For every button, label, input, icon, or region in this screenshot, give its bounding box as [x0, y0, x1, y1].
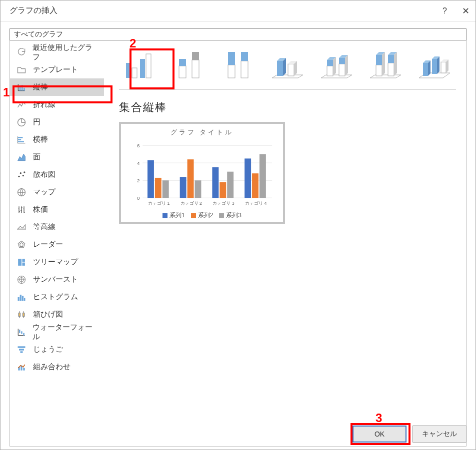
funnel-icon	[16, 344, 27, 355]
nav-item-histogram[interactable]: ヒストグラム	[10, 288, 104, 306]
svg-rect-22	[24, 298, 26, 301]
svg-rect-95	[227, 172, 234, 198]
svg-rect-94	[220, 182, 226, 198]
subtype-3d-clustered-column[interactable]	[266, 44, 309, 83]
chart-preview-legend: 系列1 系列2 系列3	[162, 211, 242, 220]
nav-label: 折れ線	[33, 100, 56, 109]
svg-text:カテゴリ 2: カテゴリ 2	[180, 201, 202, 206]
nav-item-surface[interactable]: 等高線	[10, 218, 104, 236]
ok-button[interactable]: OK	[352, 426, 406, 443]
subtype-stacked-column[interactable]	[168, 44, 211, 83]
help-button[interactable]: ?	[442, 6, 447, 15]
legend-3: 系列3	[226, 211, 242, 220]
svg-rect-28	[18, 346, 26, 348]
svg-rect-91	[194, 180, 201, 198]
nav-item-radar[interactable]: レーダー	[10, 236, 104, 253]
nav-item-template[interactable]: テンプレート	[10, 61, 104, 78]
sunburst-icon	[16, 274, 27, 285]
svg-rect-37	[146, 54, 151, 78]
subtype-clustered-column[interactable]	[119, 44, 162, 83]
svg-rect-4	[18, 137, 23, 138]
svg-rect-33	[23, 368, 24, 370]
svg-rect-40	[192, 60, 199, 78]
svg-rect-93	[212, 167, 218, 198]
subtype-title: 集合縦棒	[119, 100, 456, 115]
svg-rect-14	[18, 258, 22, 266]
svg-rect-64	[388, 63, 394, 76]
pie-icon	[16, 117, 27, 128]
svg-rect-25	[19, 330, 20, 333]
svg-text:0: 0	[137, 195, 140, 201]
nav-item-combo[interactable]: 組み合わせ	[10, 358, 104, 376]
nav-item-sunburst[interactable]: サンバースト	[10, 271, 104, 288]
svg-rect-53	[327, 60, 333, 66]
chart-preview-title: グラフ タイトル	[170, 128, 234, 137]
subtype-3d-column[interactable]	[413, 44, 456, 83]
nav-label: 縦棒	[33, 82, 48, 92]
svg-rect-85	[148, 160, 154, 198]
svg-marker-48	[283, 58, 286, 76]
svg-rect-0	[20, 86, 21, 90]
nav-label: マップ	[33, 187, 56, 197]
close-button[interactable]: ✕	[462, 5, 470, 16]
svg-point-10	[24, 171, 25, 173]
nav-label: 最近使用したグラフ	[32, 43, 98, 62]
cancel-button[interactable]: キャンセル	[412, 426, 466, 443]
line-icon	[16, 99, 27, 110]
insert-chart-dialog: 1 2 3 グラフの挿入 ? ✕ すべてのグラフ 最近使用したグラフ テンプレー…	[0, 0, 476, 450]
svg-rect-49	[288, 64, 294, 76]
nav-item-stock[interactable]: 株価	[10, 201, 104, 218]
svg-rect-29	[19, 349, 24, 350]
svg-rect-26	[21, 331, 22, 334]
nav-item-treemap[interactable]: ツリーマップ	[10, 253, 104, 271]
stock-icon	[16, 204, 27, 215]
surface-icon	[16, 222, 27, 233]
svg-rect-19	[18, 297, 20, 301]
divider	[119, 89, 456, 90]
nav-item-waterfall[interactable]: ウォーターフォール	[10, 323, 104, 341]
tab-all-charts[interactable]: すべてのグラフ	[10, 28, 466, 40]
svg-marker-55	[333, 57, 336, 76]
subtype-3d-100-stacked-column[interactable]	[364, 44, 407, 83]
histogram-icon	[16, 292, 27, 303]
nav-item-boxwhisker[interactable]: 箱ひげ図	[10, 306, 104, 323]
svg-marker-59	[345, 55, 348, 76]
chart-subtype-pane: 集合縦棒 グラフ タイトル 0246カテゴリ 1カテゴリ 2カテゴリ 3カテゴリ…	[104, 40, 466, 446]
nav-label: 面	[33, 152, 40, 162]
map-icon	[16, 187, 27, 198]
nav-label: 散布図	[33, 170, 56, 179]
svg-point-8	[20, 172, 22, 174]
nav-item-bar[interactable]: 横棒	[10, 131, 104, 148]
svg-rect-60	[376, 65, 382, 76]
nav-label: じょうご	[33, 345, 63, 354]
svg-rect-38	[179, 66, 186, 78]
waterfall-icon	[16, 327, 26, 338]
subtype-3d-stacked-column[interactable]	[315, 44, 358, 83]
radar-icon	[16, 239, 27, 250]
nav-item-funnel[interactable]: じょうご	[10, 341, 104, 358]
svg-rect-16	[22, 262, 26, 266]
nav-label: ヒストグラム	[33, 292, 78, 302]
column-icon	[16, 82, 27, 93]
svg-rect-21	[22, 296, 24, 301]
svg-rect-15	[22, 258, 26, 262]
svg-rect-68	[423, 63, 428, 76]
legend-2: 系列2	[198, 211, 214, 220]
scatter-icon	[16, 169, 27, 180]
svg-rect-34	[126, 63, 131, 78]
nav-item-scatter[interactable]: 散布図	[10, 166, 104, 183]
nav-item-recent[interactable]: 最近使用したグラフ	[10, 43, 104, 61]
nav-label: ツリーマップ	[33, 257, 78, 267]
nav-label: 横棒	[33, 135, 48, 144]
nav-item-map[interactable]: マップ	[10, 183, 104, 201]
svg-rect-61	[376, 55, 382, 65]
subtype-100-stacked-column[interactable]	[217, 44, 260, 83]
chart-preview[interactable]: グラフ タイトル 0246カテゴリ 1カテゴリ 2カテゴリ 3カテゴリ 4 系列…	[119, 122, 285, 224]
nav-item-column[interactable]: 縦棒	[10, 78, 104, 96]
nav-label: 等高線	[33, 222, 56, 232]
svg-rect-1	[22, 85, 23, 91]
nav-item-pie[interactable]: 円	[10, 113, 104, 131]
nav-item-area[interactable]: 面	[10, 148, 104, 166]
nav-item-line[interactable]: 折れ線	[10, 96, 104, 113]
svg-rect-6	[18, 141, 24, 142]
